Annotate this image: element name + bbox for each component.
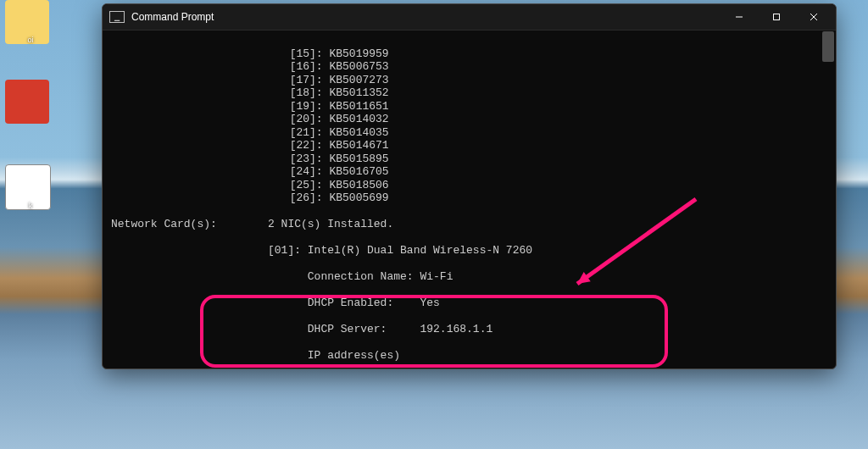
desktop-icon-label: k: [2, 202, 59, 210]
hotfix-row: [23]: KB5015895: [111, 152, 826, 166]
hotfix-row: [24]: KB5016705: [111, 165, 826, 179]
hotfix-row: [18]: KB5011352: [111, 86, 826, 100]
hotfix-row: [19]: KB5011651: [111, 100, 826, 114]
svg-rect-1: [774, 14, 780, 20]
cmd-icon: ▁: [109, 11, 125, 23]
scrollbar-thumb[interactable]: [822, 31, 834, 62]
hotfix-row: [15]: KB5019959: [111, 47, 826, 61]
hotfix-row: [17]: KB5007273: [111, 74, 826, 87]
minimize-button[interactable]: [721, 4, 758, 30]
hotfix-row: [21]: KB5014035: [111, 126, 826, 140]
maximize-button[interactable]: [758, 4, 795, 30]
nic1-dhcp: DHCP Enabled: Yes: [268, 297, 826, 310]
hotfix-row: [25]: KB5018506: [111, 179, 826, 192]
nic1-ip-header: IP address(es): [268, 349, 826, 363]
close-button[interactable]: [795, 4, 832, 30]
hotfix-row: [16]: KB5006753: [111, 60, 826, 74]
nic1-connection: Connection Name: Wi-Fi: [268, 270, 826, 284]
nic1-dhcp-server: DHCP Server: 192.168.1.1: [268, 323, 826, 336]
desktop-icon-label: oi: [2, 36, 59, 44]
nic1-header: [01]: Intel(R) Dual Band Wireless-N 7260: [268, 244, 826, 258]
hotfix-row: [22]: KB5014671: [111, 139, 826, 152]
network-summary: 2 NIC(s) Installed.: [268, 218, 826, 231]
hotfix-row: [26]: KB5005699: [111, 191, 826, 205]
command-prompt-window: ▁ Command Prompt [15]: KB5019959 [16]: K…: [102, 3, 837, 369]
scrollbar[interactable]: [822, 31, 834, 365]
terminal-output[interactable]: [15]: KB5019959 [16]: KB5006753 [17]: KB…: [103, 30, 836, 369]
network-cards-label: Network Card(s):: [111, 218, 268, 231]
window-title: Command Prompt: [131, 11, 721, 23]
desktop-icon-app[interactable]: [5, 80, 49, 124]
hotfix-row: [20]: KB5014032: [111, 113, 826, 126]
titlebar[interactable]: ▁ Command Prompt: [103, 4, 836, 30]
